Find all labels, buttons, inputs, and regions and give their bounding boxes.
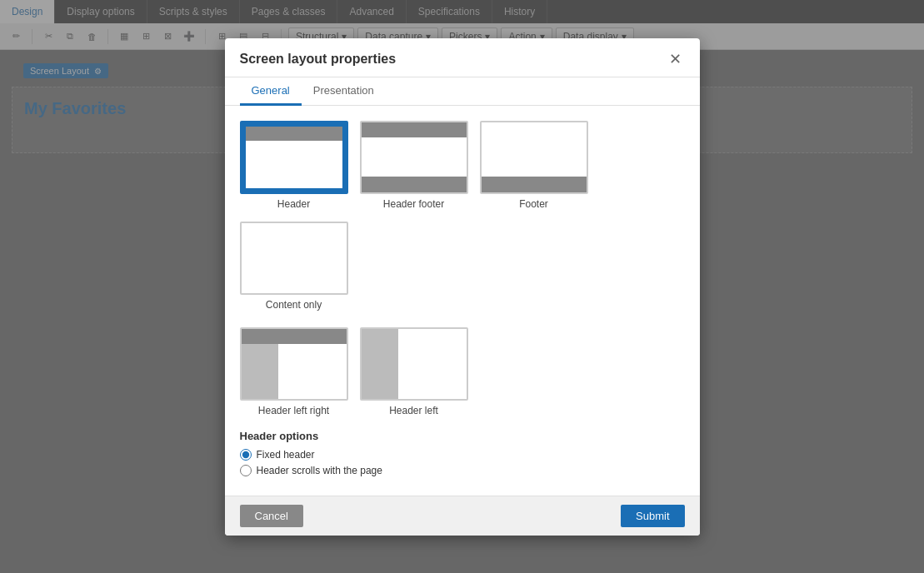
radio-input-fixed[interactable] (240, 449, 252, 461)
layout-preview-header (240, 121, 348, 194)
layout-option-header[interactable]: Header (240, 121, 348, 210)
layout-label-header-left: Header left (389, 405, 438, 416)
close-icon[interactable]: ✕ (666, 50, 685, 68)
header-options-title: Header options (240, 430, 685, 442)
tab-presentation[interactable]: Presentation (302, 77, 386, 106)
layout-options-grid: Header Header footer (240, 121, 685, 311)
layout-preview-content-only (240, 222, 348, 295)
layout-preview-header-left (360, 327, 468, 401)
layout-label-header-footer: Header footer (383, 198, 444, 210)
radio-fixed-header[interactable]: Fixed header (240, 449, 685, 461)
modal-title: Screen layout properties (240, 52, 397, 67)
radio-input-scrolls[interactable] (240, 465, 252, 476)
layout-preview-footer (480, 121, 588, 194)
layout-option-footer[interactable]: Footer (480, 121, 588, 210)
modal-tabs: General Presentation (225, 77, 700, 106)
screen-layout-modal: Screen layout properties ✕ General Prese… (225, 38, 700, 536)
cancel-button[interactable]: Cancel (240, 505, 303, 527)
layout-label-header: Header (277, 198, 310, 210)
layout-label-footer: Footer (519, 198, 548, 210)
layout-preview-header-footer (360, 121, 468, 194)
submit-button[interactable]: Submit (621, 505, 684, 527)
layout-option-header-left-right[interactable]: Header left right (240, 327, 348, 416)
radio-label-fixed: Fixed header (257, 449, 315, 461)
radio-label-scrolls: Header scrolls with the page (257, 465, 382, 476)
layout-option-header-footer[interactable]: Header footer (360, 121, 468, 210)
modal-overlay: Screen layout properties ✕ General Prese… (0, 0, 924, 573)
layout-option-header-left[interactable]: Header left (360, 327, 468, 416)
modal-body: Header Header footer (225, 106, 700, 496)
modal-footer: Cancel Submit (225, 496, 700, 536)
preview-inner-header (246, 127, 342, 188)
layout-label-content-only: Content only (266, 299, 322, 311)
layout-label-header-left-right: Header left right (258, 405, 329, 416)
layout-preview-header-left-right (240, 327, 348, 401)
radio-scrolls-with-page[interactable]: Header scrolls with the page (240, 465, 685, 476)
header-options-section: Header options Fixed header Header scrol… (240, 430, 685, 476)
layout-option-content-only[interactable]: Content only (240, 222, 348, 311)
modal-header: Screen layout properties ✕ (225, 38, 700, 77)
layout-options-row2: Header left right Header left (240, 327, 685, 416)
tab-general[interactable]: General (240, 77, 302, 106)
